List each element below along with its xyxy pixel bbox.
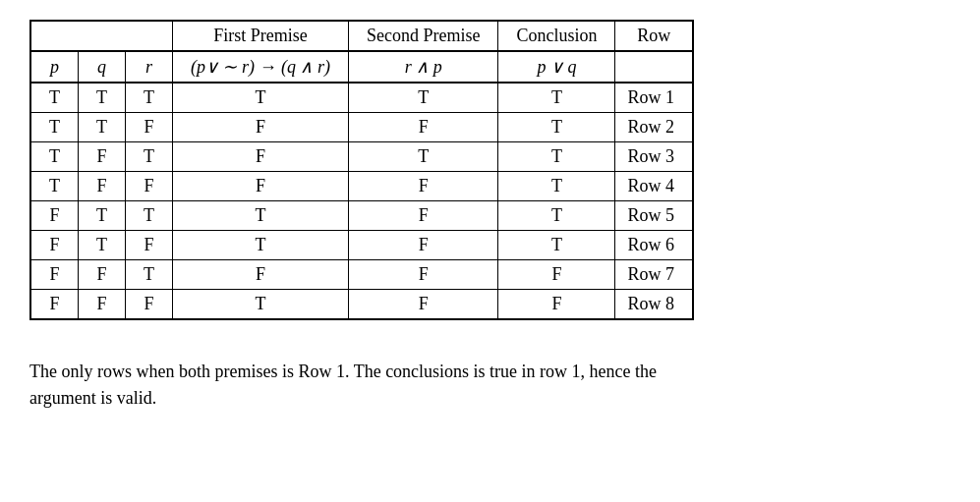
table-row: TTTTTTRow 1 [31,83,692,113]
table-cell: T [348,83,497,113]
row-header: Row [615,22,692,51]
table-cell: F [173,142,349,172]
table-cell: F [31,201,79,231]
row-col-empty [615,51,692,83]
table-cell: F [498,290,615,319]
table-cell: T [126,142,173,172]
table-cell: T [173,83,349,113]
table-cell: F [348,172,497,201]
col-r-label: r [126,51,173,83]
table-cell: F [31,290,79,319]
table-cell: T [498,142,615,172]
table-cell: F [79,172,126,201]
empty-header [31,22,173,51]
table-cell: F [126,172,173,201]
table-cell: Row 4 [615,172,692,201]
table-cell: T [498,201,615,231]
table-cell: Row 1 [615,83,692,113]
table-cell: T [173,231,349,260]
truth-table-container: First Premise Second Premise Conclusion … [29,20,694,320]
table-cell: T [79,83,126,113]
table-cell: Row 8 [615,290,692,319]
table-cell: F [173,172,349,201]
first-premise-header: First Premise [173,22,349,51]
table-cell: F [31,260,79,290]
table-cell: T [126,260,173,290]
table-cell: T [173,290,349,319]
table-cell: F [79,290,126,319]
header-row-2: p q r (p∨ ∼ r) → (q ∧ r) r ∧ p p ∨ q [31,51,692,83]
table-cell: T [348,142,497,172]
table-cell: F [348,113,497,142]
table-cell: T [31,113,79,142]
table-cell: F [31,231,79,260]
table-cell: T [126,83,173,113]
table-cell: Row 6 [615,231,692,260]
table-cell: F [126,290,173,319]
table-cell: F [348,260,497,290]
table-cell: T [79,113,126,142]
table-row: TFFFFTRow 4 [31,172,692,201]
table-row: TTFFFTRow 2 [31,113,692,142]
table-cell: F [348,231,497,260]
fp-formula: (p∨ ∼ r) → (q ∧ r) [173,51,349,83]
table-cell: F [348,290,497,319]
table-cell: T [173,201,349,231]
header-row-1: First Premise Second Premise Conclusion … [31,22,692,51]
truth-table: First Premise Second Premise Conclusion … [31,22,692,318]
table-cell: T [31,83,79,113]
table-cell: F [348,201,497,231]
table-cell: T [79,201,126,231]
sp-formula: r ∧ p [348,51,497,83]
table-cell: F [173,260,349,290]
table-cell: T [498,231,615,260]
second-premise-header: Second Premise [348,22,497,51]
table-cell: T [31,172,79,201]
table-cell: T [498,113,615,142]
table-cell: F [79,260,126,290]
conclusion-header: Conclusion [498,22,615,51]
table-cell: F [79,142,126,172]
table-cell: T [498,172,615,201]
table-cell: T [79,231,126,260]
table-cell: Row 3 [615,142,692,172]
table-cell: Row 2 [615,113,692,142]
table-cell: T [126,201,173,231]
table-row: FTFTFTRow 6 [31,231,692,260]
conc-formula: p ∨ q [498,51,615,83]
table-cell: T [31,142,79,172]
col-p-label: p [31,51,79,83]
col-q-label: q [79,51,126,83]
table-cell: Row 7 [615,260,692,290]
table-cell: F [498,260,615,290]
table-cell: F [126,113,173,142]
table-cell: Row 5 [615,201,692,231]
table-row: FFFTFFRow 8 [31,290,692,319]
table-row: TFTFTTRow 3 [31,142,692,172]
table-row: FFTFFFRow 7 [31,260,692,290]
conclusion-text: The only rows when both premises is Row … [29,359,698,412]
table-row: FTTTFTRow 5 [31,201,692,231]
table-cell: T [498,83,615,113]
table-cell: F [173,113,349,142]
table-cell: F [126,231,173,260]
